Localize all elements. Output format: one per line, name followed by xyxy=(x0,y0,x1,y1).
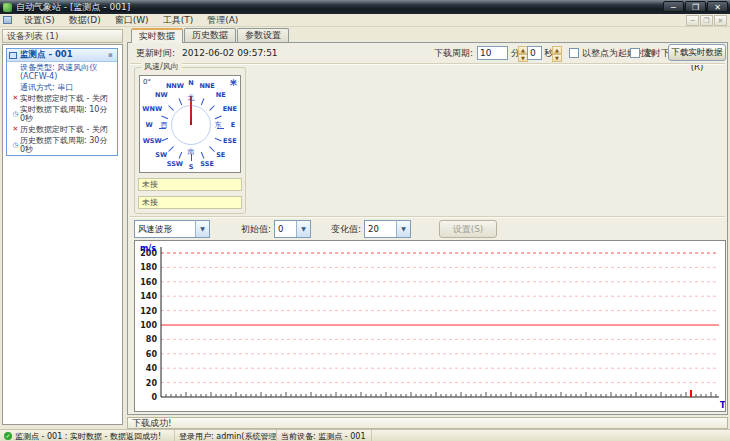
delta-value-label: 变化值: xyxy=(331,220,361,238)
update-time-value: 2012-06-02 09:57:51 xyxy=(182,45,278,61)
device-detail-line[interactable]: 设备类型: 风速风向仪 (ACFW-4) xyxy=(7,62,117,82)
spin-down-icon[interactable]: ▼ xyxy=(552,54,562,62)
compass-tick xyxy=(209,105,215,111)
menu-items: 设置(S)数据(D)窗口(W)工具(T)管理(A) xyxy=(17,14,245,27)
wind-unit-label: 米 xyxy=(230,78,237,88)
compass-direction-label: ESE xyxy=(223,137,237,145)
compass-cn-south: 南 xyxy=(188,147,195,157)
title-bar[interactable]: 自动气象站 - [监测点 - 001] ─ ❐ ✕ xyxy=(0,0,730,14)
device-card[interactable]: 监测点 - 001 ▪ 设备类型: 风速风向仪 (ACFW-4)通讯方式: 串口… xyxy=(6,48,118,156)
svg-text:160: 160 xyxy=(140,278,157,287)
svg-text:60: 60 xyxy=(146,350,158,359)
status-user-segment: 登录用户: admin(系统管理员) xyxy=(175,430,277,441)
compass-direction-label: SSW xyxy=(167,160,183,168)
menu-item-管[interactable]: 管理(A) xyxy=(200,14,245,27)
app-window: 自动气象站 - [监测点 - 001] ─ ❐ ✕ 设置(S)数据(D)窗口(W… xyxy=(0,0,730,441)
menu-item-数[interactable]: 数据(D) xyxy=(62,14,108,27)
compass-direction-label: S xyxy=(189,163,194,171)
cross-icon: ✕ xyxy=(11,94,20,103)
hour-align-checkbox[interactable] xyxy=(569,48,579,58)
compass-tick xyxy=(179,152,183,159)
chevron-down-icon[interactable]: ▼ xyxy=(296,221,310,237)
mdi-restore-button[interactable]: ❐ xyxy=(700,15,713,26)
compass-cn-east: 东 xyxy=(215,120,222,130)
svg-text:120: 120 xyxy=(140,307,157,316)
device-detail-text: 实时数据定时下载 - 关闭 xyxy=(20,94,108,103)
pin-icon[interactable]: ▪ xyxy=(108,52,115,59)
compass-direction-label: SSE xyxy=(200,160,214,168)
svg-text:T: T xyxy=(720,401,725,410)
tab-参数设置[interactable]: 参数设置 xyxy=(237,28,289,42)
svg-text:20: 20 xyxy=(146,379,158,388)
svg-text:180: 180 xyxy=(140,263,157,272)
tab-历史数据[interactable]: 历史数据 xyxy=(184,28,236,42)
tab-strip: 实时数据历史数据参数设置 xyxy=(131,28,290,42)
compass-direction-label: E xyxy=(231,121,235,129)
cross-icon: ✕ xyxy=(11,125,20,134)
maximize-button[interactable]: ❐ xyxy=(685,1,706,12)
menu-item-窗[interactable]: 窗口(W) xyxy=(108,14,156,27)
minimize-button[interactable]: ─ xyxy=(663,1,684,12)
compass-direction-label: SW xyxy=(155,151,167,159)
seconds-spinner[interactable]: ▲▼ xyxy=(552,46,562,60)
clock-icon: ◷ xyxy=(11,141,20,150)
device-icon xyxy=(9,52,17,59)
wind-direction-value: 未接 xyxy=(138,196,242,209)
device-detail-text: 历史数据定时下载 - 关闭 xyxy=(20,125,108,134)
device-name: 监测点 - 001 xyxy=(20,49,108,61)
menu-item-工[interactable]: 工具(T) xyxy=(156,14,201,27)
device-card-header[interactable]: 监测点 - 001 ▪ xyxy=(7,49,117,62)
waveform-select[interactable]: 风速波形 ▼ xyxy=(134,220,210,238)
device-detail-line[interactable]: ✕实时数据定时下载 - 关闭 xyxy=(7,93,117,104)
app-icon xyxy=(3,3,12,12)
download-realtime-button[interactable]: 下载实时数据(R) xyxy=(668,44,726,61)
chevron-down-icon[interactable]: ▼ xyxy=(396,221,410,237)
compass-direction-label: ENE xyxy=(223,105,237,113)
period-seconds-input[interactable]: 0 xyxy=(527,46,542,60)
compass-direction-label: NNW xyxy=(166,82,184,90)
init-value-label: 初始值: xyxy=(241,220,271,238)
device-detail-text: 通讯方式: 串口 xyxy=(20,83,73,92)
timed-download-checkbox[interactable] xyxy=(630,48,640,58)
set-button[interactable]: 设置(S) xyxy=(439,220,497,238)
wind-degree-readout: 0° xyxy=(143,78,151,86)
compass-tick xyxy=(215,138,222,142)
delta-selected-value: 20 xyxy=(368,224,379,234)
tab-实时数据[interactable]: 实时数据 xyxy=(131,28,183,43)
chart-svg: 020406080100120140160180200m/sT xyxy=(135,241,725,411)
wind-speed-value: 未接 xyxy=(138,178,242,191)
compass-tick xyxy=(161,138,168,142)
separator xyxy=(130,63,725,65)
chevron-down-icon[interactable]: ▼ xyxy=(195,221,209,237)
mdi-child-icon[interactable] xyxy=(3,16,12,24)
svg-text:m/s: m/s xyxy=(140,244,156,253)
compass-tick xyxy=(161,116,168,120)
init-value-select[interactable]: 0 ▼ xyxy=(274,220,311,238)
device-detail-line[interactable]: ✕历史数据定时下载 - 关闭 xyxy=(7,124,117,135)
compass-cn-north: 北 xyxy=(188,93,195,103)
device-detail-line[interactable]: ◷实时数据下载周期: 10分 0秒 xyxy=(7,104,117,124)
compass-direction-label: NE xyxy=(216,91,226,99)
device-detail-text: 实时数据下载周期: 10分 0秒 xyxy=(20,105,115,123)
update-time-label: 更新时间: xyxy=(136,45,175,61)
compass-tick xyxy=(201,98,205,105)
spin-up-icon[interactable]: ▲ xyxy=(552,46,562,54)
device-detail-text: 历史数据下载周期: 30分 0秒 xyxy=(20,136,115,154)
mdi-close-button[interactable]: ✕ xyxy=(714,15,727,26)
device-list[interactable]: 监测点 - 001 ▪ 设备类型: 风速风向仪 (ACFW-4)通讯方式: 串口… xyxy=(2,44,123,425)
status-message-segment: ✓ 监测点 - 001 : 实时数据 - 数据返回成功! xyxy=(0,430,175,441)
realtime-data-panel: 更新时间: 2012-06-02 09:57:51 下载周期: 10 分 ▲▼ … xyxy=(127,42,728,415)
status-bar: ✓ 监测点 - 001 : 实时数据 - 数据返回成功! 登录用户: admin… xyxy=(0,429,730,441)
delta-value-select[interactable]: 20 ▼ xyxy=(364,220,411,238)
period-minutes-input[interactable]: 10 xyxy=(477,46,508,60)
menu-item-设[interactable]: 设置(S) xyxy=(17,14,62,27)
compass-tick xyxy=(179,98,183,105)
compass-direction-label: SE xyxy=(216,151,225,159)
status-device-segment: 当前设备: 监测点 - 001 xyxy=(277,430,372,441)
compass-direction-label: W xyxy=(145,121,152,129)
compass-tick xyxy=(209,146,215,152)
close-button[interactable]: ✕ xyxy=(707,1,728,12)
device-detail-line[interactable]: ◷历史数据下载周期: 30分 0秒 xyxy=(7,135,117,155)
mdi-minimize-button[interactable]: ─ xyxy=(686,15,699,26)
device-detail-line[interactable]: 通讯方式: 串口 xyxy=(7,82,117,93)
